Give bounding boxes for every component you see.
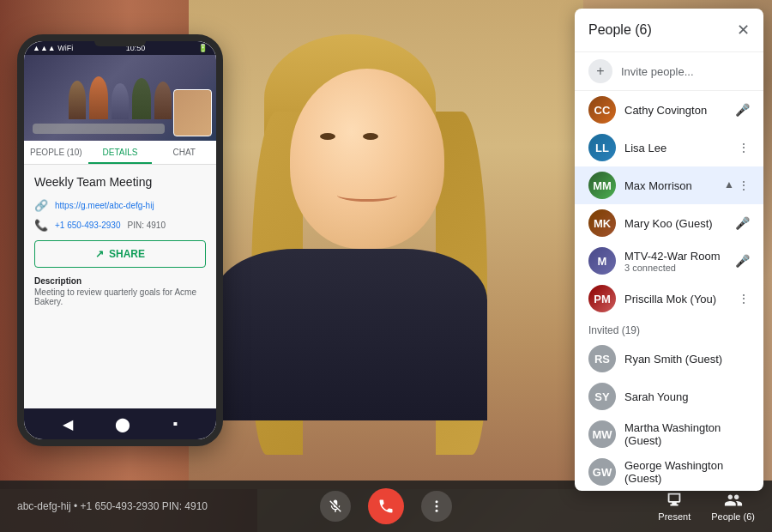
avatar: LL: [588, 134, 616, 161]
person-name: Priscilla Mok (You): [624, 293, 729, 305]
meeting-attendees: [69, 76, 172, 119]
invite-people-button[interactable]: + Invite people...: [575, 52, 763, 91]
more-icon[interactable]: ⋮: [738, 141, 750, 154]
avatar: PM: [588, 285, 616, 312]
back-button[interactable]: ◀: [63, 416, 73, 432]
people-panel: People (6) ✕ + Invite people... CC Cathy…: [575, 9, 763, 491]
avatar: SY: [588, 383, 616, 410]
list-item[interactable]: MM Max Morrison ▲ ⋮: [575, 166, 763, 204]
pin: PIN: 4910: [127, 221, 165, 230]
person-actions: ▲ ⋮: [724, 178, 750, 192]
svg-point-2: [436, 510, 438, 512]
list-item[interactable]: GW George Washington (Guest): [575, 453, 763, 491]
share-icon: ↗: [95, 248, 104, 260]
list-item[interactable]: LL Lisa Lee ⋮: [575, 129, 763, 166]
phone-nav-bar: ◀ ⬤ ▪: [24, 408, 216, 439]
list-item[interactable]: MK Mary Koo (Guest) 🎤: [575, 204, 763, 242]
person-name: Sarah Young: [624, 390, 750, 403]
list-item[interactable]: CC Cathy Covington 🎤: [575, 91, 763, 129]
list-item[interactable]: RS Ryan Smith (Guest): [575, 340, 763, 378]
avatar: GW: [588, 458, 616, 486]
phone-tabs: PEOPLE (10) DETAILS CHAT: [24, 141, 216, 165]
phone-screen: ▲▲▲ WiFi 10:50 🔋 PE: [24, 41, 216, 439]
person-actions: ⋮: [738, 292, 750, 305]
list-item[interactable]: M MTV-42-War Room 3 connected 🎤: [575, 242, 763, 280]
mic-icon: 🎤: [735, 254, 750, 268]
person-subtitle: 3 connected: [624, 263, 727, 273]
phone-number-row: 📞 +1 650-493-2930 PIN: 4910: [34, 219, 206, 232]
avatar: CC: [588, 96, 616, 124]
person-actions: 🎤: [735, 216, 750, 230]
person-actions: 🎤: [735, 254, 750, 268]
person-actions: 🎤: [735, 103, 750, 117]
people-button[interactable]: People (6): [711, 491, 755, 522]
present-button[interactable]: Present: [658, 491, 691, 522]
recents-button[interactable]: ▪: [173, 416, 178, 432]
more-icon[interactable]: ⋮: [738, 292, 750, 305]
person-name: Mary Koo (Guest): [624, 217, 727, 230]
close-people-panel-button[interactable]: ✕: [737, 21, 750, 39]
person-name: Martha Washington (Guest): [624, 421, 750, 447]
phone-number: +1 650-493-2930: [55, 221, 120, 230]
signal-icons: ▲▲▲ WiFi: [33, 44, 73, 52]
people-list: + Invite people... CC Cathy Covington 🎤 …: [575, 52, 763, 491]
people-panel-title: People (6): [588, 22, 652, 38]
description-section: Description Meeting to review quarterly …: [34, 276, 206, 306]
call-controls: [320, 488, 452, 524]
person-info: MTV-42-War Room 3 connected: [624, 250, 727, 273]
person-name: MTV-42-War Room: [624, 250, 727, 263]
description-label: Description: [34, 276, 206, 286]
home-button[interactable]: ⬤: [115, 416, 130, 432]
battery-icon: 🔋: [198, 44, 208, 52]
invite-text: Invite people...: [621, 65, 694, 78]
share-button[interactable]: ↗ SHARE: [34, 240, 206, 268]
phone-details-content: Weekly Team Meeting 🔗 https://g.meet/abc…: [24, 165, 216, 317]
present-label: Present: [658, 511, 691, 522]
people-label: People (6): [711, 511, 755, 522]
svg-point-1: [436, 505, 438, 508]
mute-button[interactable]: [320, 491, 351, 522]
more-icon[interactable]: ⋮: [738, 178, 750, 192]
description-text: Meeting to review quarterly goals for Ac…: [34, 287, 196, 306]
toolbar-right: Present People (6): [658, 491, 755, 522]
list-item[interactable]: MW Martha Washington (Guest): [575, 415, 763, 453]
person-name: Lisa Lee: [624, 142, 729, 154]
svg-point-0: [436, 500, 438, 503]
list-item[interactable]: PM Priscilla Mok (You) ⋮: [575, 280, 763, 317]
share-label: SHARE: [109, 248, 145, 260]
meeting-link[interactable]: https://g.meet/abc-defg-hij: [55, 201, 154, 210]
avatar: RS: [588, 345, 616, 372]
invited-section-label: Invited (19): [575, 317, 763, 340]
person-actions: ⋮: [738, 141, 750, 154]
end-call-button[interactable]: [368, 488, 404, 524]
meeting-title: Weekly Team Meeting: [34, 175, 206, 189]
present-icon: ▲: [724, 178, 734, 192]
avatar: MM: [588, 172, 616, 199]
phone-icon: 📞: [34, 219, 48, 232]
avatar: M: [588, 247, 616, 275]
add-person-icon: +: [588, 59, 612, 83]
mic-icon: 🎤: [735, 103, 750, 117]
avatar: MK: [588, 209, 616, 237]
tab-chat[interactable]: CHAT: [152, 141, 216, 164]
more-options-button[interactable]: [421, 491, 452, 522]
person-name: Cathy Covington: [624, 104, 727, 117]
person-name: George Washington (Guest): [624, 459, 750, 485]
main-video-person: [238, 0, 513, 481]
link-icon: 🔗: [34, 199, 48, 212]
list-item[interactable]: SY Sarah Young: [575, 378, 763, 415]
people-panel-header: People (6) ✕: [575, 9, 763, 52]
self-view: [173, 89, 212, 136]
avatar: MW: [588, 420, 616, 448]
phone-video-preview: [24, 55, 216, 141]
phone-mockup: ▲▲▲ WiFi 10:50 🔋 PE: [17, 34, 223, 446]
person-name: Ryan Smith (Guest): [624, 353, 750, 366]
tab-people[interactable]: PEOPLE (10): [24, 141, 88, 164]
meeting-link-row: 🔗 https://g.meet/abc-defg-hij: [34, 199, 206, 212]
muted-mic-icon: 🎤: [735, 216, 750, 230]
tab-details[interactable]: DETAILS: [88, 141, 153, 164]
person-name: Max Morrison: [624, 179, 715, 192]
